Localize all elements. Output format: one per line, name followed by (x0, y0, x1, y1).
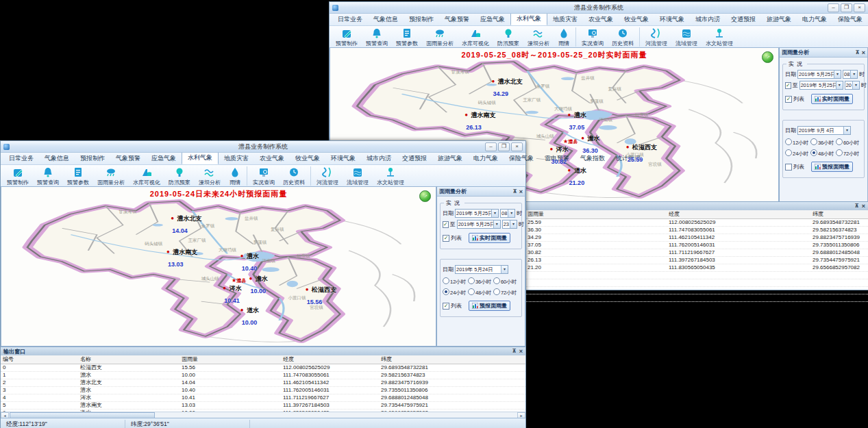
duration-radio[interactable] (493, 288, 500, 295)
station-marker[interactable]: ● 道水10.00 (240, 303, 259, 327)
column-header[interactable]: 面雨量 (525, 210, 667, 218)
duration-option[interactable]: 12小时 (443, 277, 468, 286)
menu-tab[interactable]: 应急气象 (475, 14, 510, 25)
chevron-down-icon[interactable]: ▾ (843, 127, 850, 134)
menu-tab[interactable]: 应急气象 (146, 153, 182, 164)
menu-tab[interactable]: 城市内涝 (690, 14, 726, 25)
forecast-list-checkbox[interactable] (785, 164, 792, 171)
toolbar-button[interactable]: 流域管理 (343, 165, 373, 187)
pin-icon[interactable]: ⊼ (854, 203, 859, 210)
toolbar-button[interactable]: 雨情 (554, 26, 574, 48)
duration-radio[interactable] (810, 138, 817, 145)
pin-icon[interactable]: ⊼ (512, 188, 517, 194)
station-marker[interactable]: ● 涔水10.41 (223, 281, 241, 305)
toolbar-button[interactable]: 漫坝分析 (195, 165, 225, 187)
minimize-button[interactable]: – (485, 142, 497, 151)
duration-option[interactable]: 24小时 (785, 149, 810, 158)
duration-radio[interactable] (810, 149, 817, 156)
chevron-down-icon[interactable]: ▾ (852, 81, 859, 89)
live-start-hour-select[interactable]: 08▾ (843, 70, 858, 79)
duration-option[interactable]: 24小时 (443, 288, 468, 297)
station-marker[interactable]: ● 道水21.20 (568, 163, 586, 188)
duration-radio[interactable] (785, 138, 792, 145)
restore-button[interactable]: ❐ (498, 142, 510, 151)
chevron-down-icon[interactable]: ▾ (836, 81, 843, 89)
close-button[interactable]: × (854, 3, 865, 12)
toolbar-button[interactable]: 预警制作 (332, 26, 362, 48)
station-marker[interactable]: ● 松滋西支25.59 (626, 140, 657, 164)
duration-option[interactable]: 48小时 (810, 149, 836, 158)
toolbar-button[interactable]: 河流管理 (641, 26, 671, 48)
menu-tab[interactable]: 日常业务 (3, 153, 39, 164)
column-header[interactable]: 纬度 (379, 355, 528, 364)
chevron-down-icon[interactable]: ▾ (850, 71, 857, 78)
menu-tab[interactable]: 水利气象 (510, 12, 547, 25)
menu-tab[interactable]: 电力气象 (468, 153, 504, 164)
live-end-hour-select[interactable]: 23▾ (502, 220, 517, 229)
duration-option[interactable]: 36小时 (468, 277, 493, 286)
menu-tab[interactable]: 旅游气象 (761, 14, 797, 25)
station-marker[interactable]: ● 澧水北支34.29 (491, 74, 522, 99)
toolbar-button[interactable]: 水库可视化 (129, 165, 164, 187)
column-header[interactable]: 名称 (78, 355, 179, 364)
toolbar-button[interactable]: 漫坝分析 (523, 26, 554, 48)
menu-tab[interactable]: 气象信息 (39, 153, 75, 164)
forecast-list-checkbox[interactable]: ✓ (443, 303, 449, 310)
live-rain-button[interactable]: 实时面雨量 (811, 94, 853, 104)
minimize-button[interactable]: – (828, 3, 839, 12)
toolbar-button[interactable]: 防汛预案 (164, 165, 195, 187)
duration-option[interactable]: 36小时 (810, 138, 836, 147)
menu-tab[interactable]: 城市内涝 (361, 153, 397, 164)
live-date-select[interactable]: 2019年 5月25日▾ (797, 70, 841, 79)
duration-radio[interactable] (468, 277, 475, 284)
column-header[interactable]: 经度 (667, 210, 810, 218)
menu-tab[interactable]: 旅游气象 (432, 153, 468, 164)
toolbar-button[interactable]: 历史资料 (608, 26, 638, 48)
toolbar-button[interactable]: 历史资料 (279, 165, 309, 187)
toolbar-button[interactable]: 预警参数 (392, 26, 422, 48)
live-date-select[interactable]: 2019年 5月25日▾ (455, 209, 499, 218)
chevron-down-icon[interactable]: ▾ (510, 221, 517, 228)
menu-tab[interactable]: 交通预报 (397, 153, 432, 164)
list-checkbox[interactable]: ✓ (785, 96, 792, 103)
column-header[interactable]: 面雨量 (179, 355, 281, 364)
titlebar[interactable]: 澧县业务制作系统 – ❐ × (1, 141, 525, 153)
menu-tab[interactable]: 电力气象 (797, 14, 832, 25)
close-icon[interactable]: × (862, 49, 865, 56)
chevron-down-icon[interactable]: ▾ (491, 210, 498, 217)
duration-radio[interactable] (836, 138, 843, 145)
station-marker[interactable]: ● 澧水南支26.13 (464, 108, 495, 132)
chevron-down-icon[interactable]: ▾ (834, 71, 841, 78)
menu-tab[interactable]: 牧业气象 (290, 153, 325, 164)
duration-radio[interactable] (443, 277, 449, 284)
map-zoom-full-button[interactable]: → (419, 190, 431, 202)
forecast-date-select[interactable]: 2019年 9月 4日▾ (797, 126, 851, 135)
table-row[interactable]: 0松滋西支15.56112.00802562502929.68935487322… (1, 364, 525, 372)
menu-tab[interactable]: 气象预警 (439, 14, 475, 25)
menu-tab[interactable]: 预报制作 (404, 14, 439, 25)
toolbar-button[interactable]: 流域管理 (671, 26, 702, 48)
menu-tab[interactable]: 日常业务 (332, 14, 368, 25)
duration-radio[interactable] (836, 149, 843, 156)
forecast-rain-button[interactable]: 预报面雨量 (811, 162, 853, 172)
table-row[interactable]: 5澧水南支13.03111.39726718450329.73544759759… (1, 402, 525, 410)
duration-radio[interactable] (468, 288, 475, 295)
live-end-date-select[interactable]: 2019年 5月25日▾ (457, 220, 501, 229)
station-marker[interactable]: ● 澧水37.05 (568, 108, 586, 132)
column-header[interactable]: 纬度 (810, 210, 868, 218)
column-header[interactable]: 编号 (1, 355, 78, 364)
menu-tab[interactable]: 牧业气象 (619, 14, 654, 25)
menu-tab[interactable]: 水利气象 (182, 151, 219, 164)
menu-tab[interactable]: 气象预警 (110, 153, 146, 164)
duration-option[interactable]: 72小时 (493, 288, 519, 297)
toolbar-button[interactable]: 预警制作 (3, 165, 33, 187)
toolbar-button[interactable]: 预警查询 (362, 26, 392, 48)
close-icon[interactable]: × (519, 188, 523, 195)
chevron-down-icon[interactable]: ▾ (508, 210, 514, 217)
pin-icon[interactable]: ⊼ (512, 348, 517, 355)
toolbar-button[interactable]: 水文站管理 (702, 26, 737, 48)
list-checkbox[interactable]: ✓ (443, 235, 449, 242)
column-header[interactable]: 经度 (281, 355, 379, 364)
live-end-hour-select[interactable]: 20▾ (845, 81, 860, 90)
station-marker[interactable]: ● 澹水10.00 (249, 271, 267, 296)
